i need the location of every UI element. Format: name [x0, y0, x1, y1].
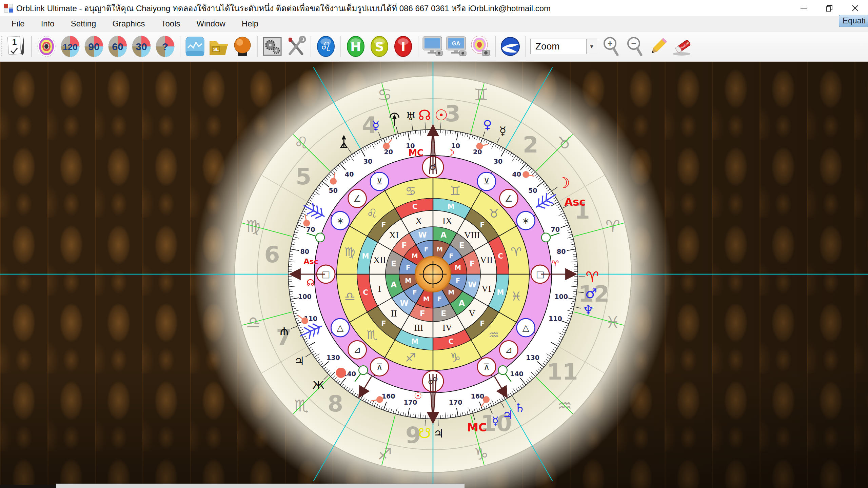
zoom-in-button[interactable]: + — [599, 34, 623, 59]
svg-text:⊿: ⊿ — [354, 345, 361, 355]
menu-item-window[interactable]: Window — [189, 16, 234, 31]
svg-text:M: M — [405, 277, 411, 284]
toolbar-separator — [180, 36, 180, 57]
svg-text:A: A — [459, 299, 465, 307]
close-button[interactable] — [842, 0, 868, 16]
svg-text:C: C — [498, 252, 503, 260]
svg-text:30: 30 — [363, 158, 372, 165]
svg-text:M: M — [497, 288, 504, 297]
svg-text:II: II — [391, 308, 397, 319]
svg-text:F: F — [406, 264, 410, 271]
toolbar: 1 120 90 60 30 ? — [0, 32, 868, 62]
svg-text:IX: IX — [442, 216, 452, 226]
svg-text:170: 170 — [449, 399, 462, 406]
note-1-button[interactable]: 1 — [5, 34, 28, 59]
svg-text:⊻: ⊻ — [483, 176, 490, 186]
toolbar-separator — [495, 36, 496, 57]
gears-button[interactable] — [260, 34, 284, 59]
zoom-select[interactable]: Zoom ▾ — [530, 39, 597, 54]
svg-text:Ж: Ж — [313, 379, 324, 391]
wheel-chart-button[interactable] — [35, 34, 58, 59]
menu-item-info[interactable]: Info — [33, 16, 63, 31]
badge-s-button[interactable]: S — [368, 34, 391, 59]
svg-text:H: H — [350, 39, 361, 54]
menu-item-file[interactable]: File — [3, 16, 33, 31]
svg-text:♏: ♏ — [367, 328, 377, 342]
svg-text:♈: ♈ — [586, 268, 599, 286]
pencil-button[interactable] — [647, 34, 670, 59]
folder-sl-button[interactable]: SL — [207, 34, 231, 59]
svg-text:☿: ☿ — [372, 119, 380, 133]
dial-90-button[interactable]: 90 — [82, 34, 106, 59]
svg-text:III: III — [414, 323, 423, 333]
minimize-button[interactable] — [791, 0, 816, 16]
toolbar-separator — [311, 36, 311, 57]
graph-button[interactable] — [183, 34, 207, 59]
svg-text:∗: ∗ — [336, 216, 344, 226]
svg-text:2: 2 — [523, 132, 538, 158]
capture-wheel-button[interactable] — [469, 34, 492, 59]
menu-item-graphics[interactable]: Graphics — [104, 16, 153, 31]
leo-badge-button[interactable]: ♌ — [314, 34, 338, 59]
svg-text:♈: ♈ — [552, 259, 559, 268]
astro-wheel-chart[interactable]: 321121110987654♊♉♈♓♒♑♐♏♎♍♌♋1010202030304… — [0, 62, 868, 488]
restore-button[interactable] — [816, 0, 842, 16]
svg-text:80: 80 — [300, 248, 309, 255]
capture-ga-button[interactable]: GA — [445, 34, 469, 59]
svg-text:MC: MC — [467, 421, 487, 434]
svg-text:W: W — [418, 230, 427, 239]
window-title: OrbLink Ultimate - อนุญาติให้คุณ Chaiyon… — [16, 2, 551, 15]
svg-text:M: M — [448, 288, 454, 296]
svg-text:♋: ♋ — [405, 184, 416, 198]
badge-h-button[interactable]: H — [344, 34, 368, 59]
tools-button[interactable] — [284, 34, 308, 59]
svg-text:80: 80 — [557, 248, 566, 255]
svg-text:120: 120 — [63, 42, 77, 52]
capture-screen-button[interactable] — [421, 34, 445, 59]
svg-text:SL: SL — [213, 47, 219, 52]
svg-text:♎: ♎ — [344, 289, 355, 303]
dial-30-button[interactable]: 30 — [130, 34, 153, 59]
svg-text:⊿: ⊿ — [505, 345, 513, 355]
svg-text:♀: ♀ — [483, 118, 492, 131]
svg-text:F: F — [424, 245, 429, 253]
dial-60-button[interactable]: 60 — [106, 34, 130, 59]
menubar: FileInfoSettingGraphicsToolsWindowHelp — [0, 16, 868, 32]
svg-text:VIII: VIII — [464, 230, 480, 240]
app-window: OrbLink Ultimate - อนุญาติให้คุณ Chaiyon… — [0, 0, 868, 488]
restore-icon — [826, 4, 833, 12]
svg-text:☊: ☊ — [418, 107, 431, 123]
svg-text:6: 6 — [264, 242, 280, 268]
dial-help-button[interactable]: ? — [153, 34, 177, 59]
svg-text:I: I — [401, 39, 406, 54]
svg-text:+: + — [607, 38, 612, 48]
equation-side-button[interactable]: Equati — [839, 15, 868, 27]
svg-text:1: 1 — [12, 37, 17, 46]
eraser-button[interactable]: ERASER — [670, 34, 694, 59]
toolbar-separator — [418, 36, 418, 57]
google-earth-button[interactable] — [498, 34, 522, 59]
svg-text:40: 40 — [345, 170, 354, 178]
zoom-out-button[interactable]: − — [623, 34, 647, 59]
svg-text:☋: ☋ — [418, 425, 431, 442]
menu-item-tools[interactable]: Tools — [153, 16, 188, 31]
svg-text:☽: ☽ — [446, 147, 455, 159]
chevron-down-icon[interactable]: ▾ — [587, 39, 597, 54]
svg-text:♅: ♅ — [406, 109, 416, 123]
svg-text:♒: ♒ — [488, 328, 499, 342]
svg-text:E: E — [391, 259, 396, 268]
crystal-ball-button[interactable] — [231, 34, 254, 59]
svg-text:70: 70 — [306, 226, 315, 233]
toolbar-separator — [31, 36, 32, 57]
svg-text:M: M — [362, 252, 369, 260]
svg-text:M: M — [411, 338, 418, 346]
menu-item-help[interactable]: Help — [234, 16, 267, 31]
svg-text:S: S — [375, 39, 384, 54]
svg-text:C: C — [449, 338, 454, 346]
zoom-combo-value[interactable]: Zoom — [530, 39, 587, 54]
svg-text:F: F — [401, 241, 407, 250]
dial-120-button[interactable]: 120 — [58, 34, 82, 59]
svg-text:♓: ♓ — [511, 289, 521, 303]
badge-i-button[interactable]: I — [391, 34, 415, 59]
menu-item-setting[interactable]: Setting — [63, 16, 104, 31]
